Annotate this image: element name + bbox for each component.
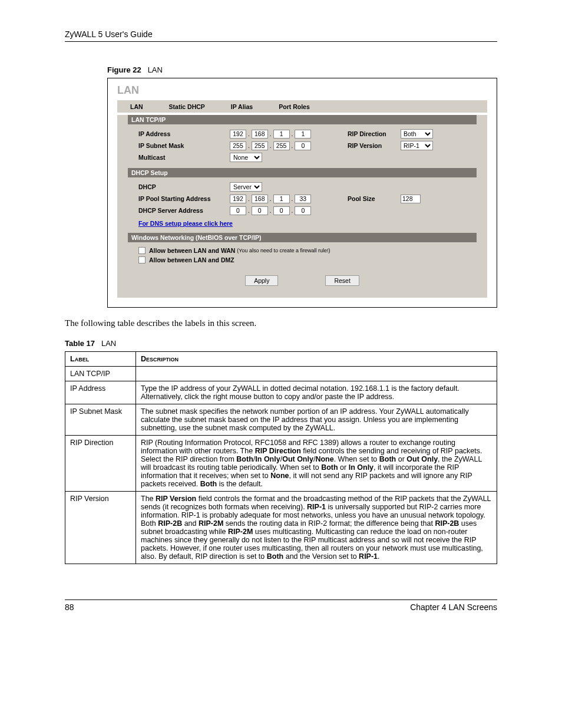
dhcp-label: DHCP [138, 183, 230, 190]
row-label: IP Address [65, 381, 136, 404]
ip-address-label: IP Address [138, 130, 230, 137]
tab-static-dhcp[interactable]: Static DHCP [156, 100, 218, 113]
row-description: The subnet mask specifies the network nu… [136, 404, 497, 436]
description-table: Label Description LAN TCP/IPIP AddressTy… [65, 351, 497, 564]
guide-title: ZyWALL 5 User's Guide [65, 29, 153, 39]
dhcp-server-c[interactable] [273, 206, 290, 215]
pool-size-input[interactable] [401, 195, 421, 203]
multicast-select[interactable]: None [230, 153, 262, 162]
screenshot-heading: LAN [117, 84, 487, 97]
ip-address-a[interactable] [230, 130, 246, 139]
table-row: IP AddressType the IP address of your Zy… [65, 381, 497, 404]
allow-lan-wan-note: (You also need to create a firewall rule… [237, 248, 330, 253]
row-description [136, 367, 497, 381]
table-caption: Table 17 LAN [65, 339, 497, 348]
screenshot-frame: LAN LAN Static DHCP IP Alias Port Roles … [107, 78, 497, 308]
row-label: LAN TCP/IP [65, 367, 136, 381]
chapter-label: Chapter 4 LAN Screens [410, 602, 497, 612]
tab-lan[interactable]: LAN [117, 100, 156, 113]
table-row: RIP DirectionRIP (Routing Information Pr… [65, 436, 497, 492]
subnet-b[interactable] [252, 141, 268, 150]
row-description: Type the IP address of your ZyWALL in do… [136, 381, 497, 404]
th-description: Description [136, 352, 497, 367]
tab-ip-alias[interactable]: IP Alias [218, 100, 266, 113]
ip-address-c[interactable] [273, 130, 290, 139]
row-label: RIP Direction [65, 436, 136, 492]
dhcp-server-label: DHCP Server Address [138, 207, 230, 214]
figure-title: LAN [148, 65, 163, 74]
row-label: RIP Version [65, 492, 136, 564]
table-row: LAN TCP/IP [65, 367, 497, 381]
subnet-mask-label: IP Subnet Mask [138, 142, 230, 149]
figure-label: Figure 22 [107, 65, 141, 74]
multicast-label: Multicast [138, 154, 230, 161]
table-row: RIP VersionThe RIP Version field control… [65, 492, 497, 564]
intro-paragraph: The following table describes the labels… [65, 318, 497, 328]
rip-direction-select[interactable]: Both [401, 129, 433, 139]
rip-version-select[interactable]: RIP-1 [401, 141, 433, 150]
th-label: Label [65, 352, 136, 367]
reset-button[interactable]: Reset [325, 275, 359, 286]
allow-lan-wan-label: Allow between LAN and WAN [149, 247, 235, 254]
table-label: Table 17 [65, 339, 95, 348]
pool-start-b[interactable] [252, 195, 268, 203]
dhcp-select[interactable]: Server [230, 182, 262, 192]
lan-panel: LAN TCP/IP IP Address . . . RIP Directio… [117, 115, 487, 298]
figure-caption: Figure 22 LAN [107, 65, 497, 74]
allow-lan-wan-checkbox[interactable] [138, 247, 146, 254]
dhcp-server-a[interactable] [230, 206, 246, 215]
dns-setup-link[interactable]: For DNS setup please click here [138, 220, 233, 227]
page-footer: 88 Chapter 4 LAN Screens [65, 599, 497, 612]
subnet-a[interactable] [230, 141, 246, 150]
row-description: RIP (Routing Information Protocol, RFC10… [136, 436, 497, 492]
pool-start-label: IP Pool Starting Address [138, 195, 230, 202]
section-lan-tcpip: LAN TCP/IP [128, 115, 477, 124]
ip-address-b[interactable] [252, 130, 268, 139]
subnet-c[interactable] [273, 141, 290, 150]
apply-button[interactable]: Apply [245, 275, 278, 286]
rip-direction-label: RIP Direction [348, 130, 401, 137]
tab-bar: LAN Static DHCP IP Alias Port Roles [117, 100, 487, 113]
dhcp-server-d[interactable] [295, 206, 311, 215]
table-row: IP Subnet MaskThe subnet mask specifies … [65, 404, 497, 436]
ip-address-d[interactable] [295, 130, 311, 139]
page-number: 88 [65, 602, 74, 612]
row-label: IP Subnet Mask [65, 404, 136, 436]
subnet-d[interactable] [295, 141, 311, 150]
table-title: LAN [101, 339, 116, 348]
allow-lan-dmz-label: Allow between LAN and DMZ [149, 256, 234, 263]
allow-lan-dmz-checkbox[interactable] [138, 256, 146, 263]
row-description: The RIP Version field controls the forma… [136, 492, 497, 564]
section-netbios: Windows Networking (NetBIOS over TCP/IP) [128, 233, 477, 242]
pool-start-a[interactable] [230, 195, 246, 203]
pool-start-d[interactable] [295, 195, 311, 203]
section-dhcp-setup: DHCP Setup [128, 168, 477, 177]
pool-start-c[interactable] [273, 195, 290, 203]
pool-size-label: Pool Size [348, 195, 401, 202]
rip-version-label: RIP Version [348, 142, 401, 149]
tab-port-roles[interactable]: Port Roles [266, 100, 323, 113]
dhcp-server-b[interactable] [252, 206, 268, 215]
page-header: ZyWALL 5 User's Guide [65, 29, 497, 42]
